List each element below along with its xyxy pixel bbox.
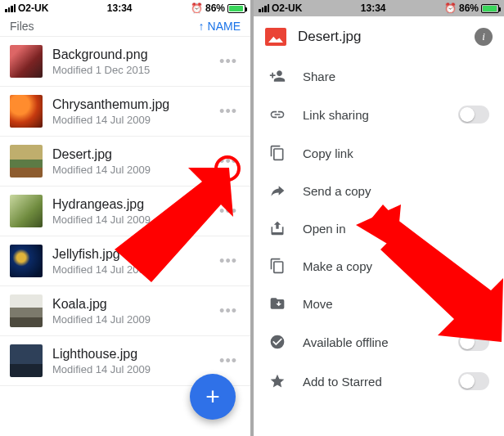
thumbnail bbox=[10, 195, 43, 227]
thumbnail bbox=[10, 294, 43, 327]
carrier-label: O2-UK bbox=[18, 2, 48, 14]
folder-move-icon bbox=[268, 295, 286, 312]
battery-icon bbox=[227, 4, 245, 13]
thumbnail bbox=[10, 95, 43, 128]
more-icon[interactable]: ••• bbox=[211, 298, 245, 325]
person-add-icon bbox=[268, 68, 286, 84]
file-name: Koala.jpg bbox=[52, 297, 201, 312]
file-subtext: Modified 14 Jul 2009 bbox=[52, 114, 201, 126]
annotation-arrow-left bbox=[106, 160, 245, 282]
alarm-icon: ⏰ bbox=[191, 2, 203, 14]
action-label: Link sharing bbox=[303, 108, 442, 122]
open-in-icon bbox=[268, 220, 286, 236]
link-icon bbox=[268, 106, 286, 123]
file-name: Background.png bbox=[52, 47, 201, 62]
info-button[interactable]: i bbox=[475, 28, 493, 46]
clock: 13:34 bbox=[107, 2, 133, 14]
svg-marker-0 bbox=[115, 168, 233, 282]
action-label: Share bbox=[303, 70, 489, 83]
toggle[interactable] bbox=[458, 106, 489, 124]
battery-pct: 86% bbox=[459, 2, 479, 14]
thumbnail bbox=[10, 245, 43, 277]
file-row[interactable]: Chrysanthemum.jpg Modified 14 Jul 2009 •… bbox=[0, 87, 250, 137]
status-bar: O2-UK 13:34 ⏰ 86% bbox=[254, 0, 504, 16]
battery-pct: 86% bbox=[205, 2, 225, 14]
battery-icon bbox=[481, 4, 499, 13]
send-icon bbox=[268, 182, 286, 199]
sort-label: NAME bbox=[208, 20, 241, 33]
duplicate-icon bbox=[268, 258, 286, 274]
action-copy-link[interactable]: Copy link bbox=[254, 134, 504, 172]
file-subtext: Modified 1 Dec 2015 bbox=[52, 64, 201, 76]
clock: 13:34 bbox=[361, 2, 386, 14]
add-button[interactable]: + bbox=[190, 374, 236, 420]
more-icon[interactable]: ••• bbox=[211, 348, 245, 375]
toggle[interactable] bbox=[458, 372, 489, 390]
list-subheader: Files ↑ NAME bbox=[0, 16, 250, 37]
copy-icon bbox=[268, 145, 286, 161]
action-label: Copy link bbox=[303, 146, 489, 160]
offline-icon bbox=[268, 334, 286, 350]
thumbnail bbox=[10, 145, 43, 178]
more-icon[interactable]: ••• bbox=[211, 98, 245, 125]
action-share[interactable]: Share bbox=[254, 57, 504, 95]
thumbnail bbox=[10, 45, 43, 78]
star-icon bbox=[268, 373, 286, 389]
status-bar: O2-UK 13:34 ⏰ 86% bbox=[0, 0, 250, 16]
action-label: Send a copy bbox=[303, 184, 489, 198]
alarm-icon: ⏰ bbox=[444, 2, 457, 14]
file-row[interactable]: Background.png Modified 1 Dec 2015 ••• bbox=[0, 37, 250, 87]
arrow-up-icon: ↑ bbox=[199, 20, 205, 33]
annotation-arrow-right bbox=[356, 205, 503, 344]
file-name: Lighthouse.jpg bbox=[52, 347, 201, 362]
action-link-sharing[interactable]: Link sharing bbox=[254, 95, 504, 134]
sort-button[interactable]: ↑ NAME bbox=[199, 20, 241, 33]
sheet-header: Desert.jpg i bbox=[254, 16, 504, 57]
action-add-starred[interactable]: Add to Starred bbox=[254, 362, 504, 401]
section-label: Files bbox=[10, 20, 34, 33]
file-subtext: Modified 14 Jul 2009 bbox=[52, 313, 201, 326]
thumbnail bbox=[10, 344, 43, 377]
signal-icon bbox=[5, 4, 16, 12]
file-row[interactable]: Koala.jpg Modified 14 Jul 2009 ••• bbox=[0, 286, 250, 336]
sheet-title: Desert.jpg bbox=[298, 29, 463, 45]
action-label: Add to Starred bbox=[303, 375, 442, 389]
file-subtext: Modified 14 Jul 2009 bbox=[52, 363, 201, 375]
more-icon[interactable]: ••• bbox=[211, 48, 245, 75]
signal-icon bbox=[259, 4, 269, 12]
image-icon bbox=[265, 28, 286, 46]
file-name: Chrysanthemum.jpg bbox=[52, 97, 201, 112]
carrier-label: O2-UK bbox=[272, 2, 302, 14]
